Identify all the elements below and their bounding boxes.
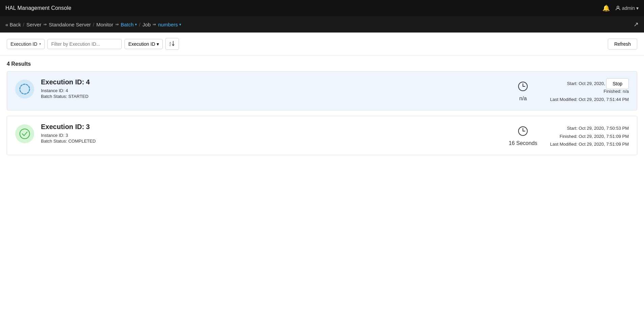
app-title-hal: HAL bbox=[5, 5, 16, 11]
execution-status-icon-completed bbox=[15, 124, 34, 143]
sort-az-icon: A Z bbox=[169, 40, 175, 47]
content-area: 4 Results Execution ID: 4 Instance ID: 4… bbox=[0, 56, 644, 313]
breadcrumb-sep-2: / bbox=[93, 22, 94, 27]
batch-status-label-4: Batch Status: STARTED bbox=[41, 94, 496, 99]
breadcrumb-bar: « Back / Server ⇒ Standalone Server / Mo… bbox=[0, 16, 644, 33]
bell-icon[interactable]: 🔔 bbox=[602, 4, 610, 12]
duration-label-4: n/a bbox=[519, 96, 527, 102]
refresh-button[interactable]: Refresh bbox=[608, 39, 637, 49]
execution-times-3: Start: Oct 29, 2020, 7:50:53 PM Finished… bbox=[550, 123, 629, 148]
user-label: admin bbox=[622, 5, 635, 11]
clock-icon-4 bbox=[518, 81, 528, 94]
instance-id-label-4: Instance ID: 4 bbox=[41, 88, 496, 93]
user-menu[interactable]: admin ▾ bbox=[615, 5, 639, 11]
numbers-label: numbers bbox=[158, 22, 178, 27]
monitor-link[interactable]: Monitor bbox=[96, 22, 113, 27]
last-modified-4: Last Modified: Oct 29, 2020, 7:51:44 PM bbox=[550, 96, 629, 103]
execution-id-label-4: Execution ID: 4 bbox=[41, 78, 496, 86]
execution-duration-4: n/a bbox=[503, 78, 543, 102]
execution-card-3: Execution ID: 3 Instance ID: 3 Batch Sta… bbox=[7, 116, 637, 155]
filter-field-chevron-icon: ▾ bbox=[39, 42, 41, 46]
server-link[interactable]: Server bbox=[26, 22, 41, 27]
external-link-icon[interactable]: ↗ bbox=[634, 21, 639, 28]
svg-text:Z: Z bbox=[169, 44, 171, 46]
svg-text:A: A bbox=[169, 42, 171, 44]
svg-point-4 bbox=[20, 84, 30, 94]
batch-status-label-3: Batch Status: COMPLETED bbox=[41, 139, 496, 144]
user-chevron-icon: ▾ bbox=[636, 5, 639, 11]
back-link[interactable]: « Back bbox=[5, 22, 21, 27]
filter-field-label: Execution ID bbox=[10, 41, 37, 47]
sort-chevron-icon: ▾ bbox=[157, 41, 159, 47]
execution-card-4: Execution ID: 4 Instance ID: 4 Batch Sta… bbox=[7, 71, 637, 110]
instance-id-label-3: Instance ID: 3 bbox=[41, 133, 496, 138]
sort-field-dropdown[interactable]: Execution ID ▾ bbox=[124, 39, 162, 49]
app-title-sub: Management Console bbox=[16, 5, 71, 11]
finished-time-3: Finished: Oct 29, 2020, 7:51:09 PM bbox=[550, 132, 629, 140]
results-count: 4 Results bbox=[7, 61, 637, 67]
start-time-3: Start: Oct 29, 2020, 7:50:53 PM bbox=[550, 124, 629, 132]
arrow-2: ⇒ bbox=[115, 22, 119, 27]
numbers-link[interactable]: numbers ▾ bbox=[158, 22, 181, 27]
clock-icon-3 bbox=[518, 126, 528, 139]
batch-label: Batch bbox=[121, 22, 134, 27]
standalone-link[interactable]: Standalone Server bbox=[49, 22, 91, 27]
arrow-3: ⇒ bbox=[153, 22, 156, 27]
topbar: HAL Management Console 🔔 admin ▾ bbox=[0, 0, 644, 16]
filter-input[interactable] bbox=[47, 39, 122, 49]
last-modified-3: Last Modified: Oct 29, 2020, 7:51:09 PM bbox=[550, 140, 629, 148]
numbers-chevron-icon: ▾ bbox=[179, 22, 181, 27]
sort-field-label: Execution ID bbox=[128, 41, 155, 47]
checkmark-icon bbox=[19, 128, 31, 140]
arrow-1: ⇒ bbox=[43, 22, 47, 27]
batch-link[interactable]: Batch ▾ bbox=[121, 22, 137, 27]
results-section: 4 Results Execution ID: 4 Instance ID: 4… bbox=[0, 56, 644, 155]
svg-point-0 bbox=[617, 6, 619, 8]
svg-point-8 bbox=[20, 129, 30, 139]
spinner-icon bbox=[19, 83, 31, 95]
filter-bar: Execution ID ▾ Execution ID ▾ A Z Refres… bbox=[0, 33, 644, 56]
filter-field-dropdown[interactable]: Execution ID ▾ bbox=[7, 39, 45, 49]
duration-label-3: 16 Seconds bbox=[509, 140, 537, 146]
breadcrumb-sep-1: / bbox=[23, 22, 24, 27]
breadcrumb-sep-3: / bbox=[139, 22, 140, 27]
breadcrumb: « Back / Server ⇒ Standalone Server / Mo… bbox=[5, 22, 181, 27]
batch-chevron-icon: ▾ bbox=[135, 22, 137, 27]
app-title: HAL Management Console bbox=[5, 5, 71, 11]
execution-status-icon-started bbox=[15, 80, 34, 99]
execution-info-3: Execution ID: 3 Instance ID: 3 Batch Sta… bbox=[41, 123, 496, 144]
topbar-right: 🔔 admin ▾ bbox=[602, 4, 639, 12]
stop-button-4[interactable]: Stop bbox=[606, 78, 629, 89]
sort-az-button[interactable]: A Z bbox=[165, 38, 179, 50]
execution-info-4: Execution ID: 4 Instance ID: 4 Batch Sta… bbox=[41, 78, 496, 100]
job-link[interactable]: Job bbox=[142, 22, 151, 27]
execution-duration-3: 16 Seconds bbox=[503, 123, 543, 146]
execution-id-label-3: Execution ID: 3 bbox=[41, 123, 496, 131]
user-icon bbox=[615, 5, 621, 11]
